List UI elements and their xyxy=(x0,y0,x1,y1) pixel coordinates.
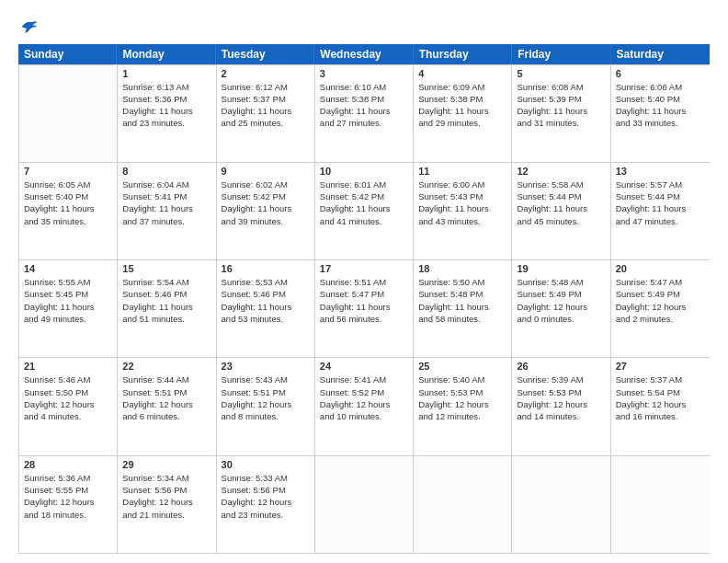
cell-line: Sunrise: 5:57 AM xyxy=(616,178,705,190)
cell-line: Daylight: 11 hours xyxy=(122,301,210,313)
cell-line: and 10 minutes. xyxy=(320,410,408,422)
cell-line: Sunset: 5:51 PM xyxy=(222,386,310,398)
cell-line: Daylight: 11 hours xyxy=(616,202,705,214)
cell-line: Sunset: 5:40 PM xyxy=(24,190,112,202)
cell-line: Daylight: 12 hours xyxy=(122,398,210,410)
day-number: 19 xyxy=(517,263,605,274)
day-cell-18: 18Sunrise: 5:50 AMSunset: 5:48 PMDayligh… xyxy=(414,260,512,357)
day-cell-2: 2Sunrise: 6:12 AMSunset: 5:37 PMDaylight… xyxy=(217,65,315,162)
day-cell-13: 13Sunrise: 5:57 AMSunset: 5:44 PMDayligh… xyxy=(611,163,710,259)
day-number: 1 xyxy=(122,68,210,79)
day-number: 9 xyxy=(222,166,310,177)
day-number: 4 xyxy=(418,68,506,79)
day-number: 27 xyxy=(616,361,705,372)
cell-line: and 4 minutes. xyxy=(24,410,112,422)
cell-line: Sunrise: 6:02 AM xyxy=(222,178,310,190)
cell-line: Daylight: 12 hours xyxy=(418,398,506,410)
cell-line: Sunrise: 5:33 AM xyxy=(222,472,310,484)
day-number: 17 xyxy=(320,263,408,274)
cell-line: and 51 minutes. xyxy=(122,313,210,325)
day-cell-8: 8Sunrise: 6:04 AMSunset: 5:41 PMDaylight… xyxy=(118,163,216,259)
day-cell-3: 3Sunrise: 6:10 AMSunset: 5:38 PMDaylight… xyxy=(315,65,414,162)
cell-line: Sunrise: 5:46 AM xyxy=(24,373,112,385)
cell-line: and 56 minutes. xyxy=(320,313,408,325)
cell-line: Sunrise: 6:01 AM xyxy=(320,178,408,190)
cell-line: Daylight: 12 hours xyxy=(517,398,605,410)
day-number: 2 xyxy=(222,68,310,79)
day-cell-7: 7Sunrise: 6:05 AMSunset: 5:40 PMDaylight… xyxy=(19,163,118,259)
cell-line: and 31 minutes. xyxy=(517,117,605,129)
cell-line: Daylight: 12 hours xyxy=(222,398,310,410)
day-number: 7 xyxy=(24,166,112,177)
cell-line: Sunset: 5:52 PM xyxy=(320,386,408,398)
cell-line: Daylight: 11 hours xyxy=(222,105,310,117)
day-cell-22: 22Sunrise: 5:44 AMSunset: 5:51 PMDayligh… xyxy=(118,358,216,454)
cell-line: Daylight: 11 hours xyxy=(517,105,605,117)
day-number: 16 xyxy=(222,263,310,274)
day-number: 26 xyxy=(517,361,605,372)
cell-line: and 0 minutes. xyxy=(517,313,605,325)
cell-line: and 2 minutes. xyxy=(616,313,705,325)
cell-line: Sunset: 5:53 PM xyxy=(418,386,506,398)
day-number: 11 xyxy=(418,166,506,177)
day-cell-24: 24Sunrise: 5:41 AMSunset: 5:52 PMDayligh… xyxy=(315,358,414,454)
week-row-5: 28Sunrise: 5:36 AMSunset: 5:55 PMDayligh… xyxy=(19,456,710,554)
cell-line: Sunrise: 5:44 AM xyxy=(122,373,210,385)
day-cell-30: 30Sunrise: 5:33 AMSunset: 5:56 PMDayligh… xyxy=(217,456,315,553)
cell-line: Sunset: 5:56 PM xyxy=(122,484,210,496)
cell-line: Sunrise: 6:06 AM xyxy=(616,81,705,93)
cell-line: Daylight: 12 hours xyxy=(24,398,112,410)
header-day-monday: Monday xyxy=(117,44,215,64)
header-day-friday: Friday xyxy=(512,44,610,64)
cell-line: Sunrise: 5:37 AM xyxy=(616,373,705,385)
day-number: 12 xyxy=(517,166,605,177)
cell-line: Sunrise: 5:50 AM xyxy=(418,276,506,288)
cell-line: Sunrise: 5:58 AM xyxy=(517,178,605,190)
empty-cell xyxy=(512,456,610,553)
cell-line: Sunrise: 6:00 AM xyxy=(418,178,506,190)
cell-line: and 33 minutes. xyxy=(616,117,705,129)
cell-line: Sunset: 5:46 PM xyxy=(122,288,210,300)
cell-line: and 45 minutes. xyxy=(517,215,605,227)
day-number: 23 xyxy=(222,361,310,372)
cell-line: Sunrise: 5:48 AM xyxy=(517,276,605,288)
cell-line: Sunset: 5:55 PM xyxy=(24,484,112,496)
day-cell-26: 26Sunrise: 5:39 AMSunset: 5:53 PMDayligh… xyxy=(512,358,610,454)
empty-cell xyxy=(414,456,512,553)
cell-line: Sunset: 5:50 PM xyxy=(24,386,112,398)
cell-line: Daylight: 12 hours xyxy=(122,496,210,508)
cell-line: and 27 minutes. xyxy=(320,117,408,129)
cell-line: Sunrise: 6:12 AM xyxy=(222,81,310,93)
cell-line: Sunset: 5:49 PM xyxy=(517,288,605,300)
cell-line: Sunset: 5:40 PM xyxy=(616,93,705,105)
cell-line: and 8 minutes. xyxy=(222,410,310,422)
day-number: 3 xyxy=(320,68,408,79)
day-cell-21: 21Sunrise: 5:46 AMSunset: 5:50 PMDayligh… xyxy=(19,358,118,454)
day-number: 14 xyxy=(24,263,112,274)
header-day-wednesday: Wednesday xyxy=(314,44,413,64)
cell-line: and 21 minutes. xyxy=(122,509,210,521)
cell-line: Sunrise: 6:04 AM xyxy=(122,178,210,190)
logo xyxy=(18,18,39,39)
day-cell-9: 9Sunrise: 6:02 AMSunset: 5:42 PMDaylight… xyxy=(217,163,315,259)
empty-cell xyxy=(19,65,118,162)
cell-line: and 6 minutes. xyxy=(122,410,210,422)
cell-line: Daylight: 11 hours xyxy=(616,105,705,117)
cell-line: Daylight: 11 hours xyxy=(222,301,310,313)
day-number: 13 xyxy=(616,166,705,177)
cell-line: and 39 minutes. xyxy=(222,215,310,227)
empty-cell xyxy=(315,456,414,553)
cell-line: Sunset: 5:38 PM xyxy=(320,93,408,105)
cell-line: Sunset: 5:42 PM xyxy=(320,190,408,202)
day-cell-23: 23Sunrise: 5:43 AMSunset: 5:51 PMDayligh… xyxy=(217,358,315,454)
cell-line: Sunset: 5:36 PM xyxy=(122,93,210,105)
cell-line: Sunset: 5:45 PM xyxy=(24,288,112,300)
week-row-3: 14Sunrise: 5:55 AMSunset: 5:45 PMDayligh… xyxy=(19,260,710,358)
day-number: 30 xyxy=(222,459,310,470)
cell-line: Sunrise: 5:41 AM xyxy=(320,373,408,385)
day-cell-16: 16Sunrise: 5:53 AMSunset: 5:46 PMDayligh… xyxy=(217,260,315,357)
cell-line: and 23 minutes. xyxy=(222,509,310,521)
day-number: 8 xyxy=(122,166,210,177)
empty-cell xyxy=(611,456,710,553)
cell-line: Daylight: 12 hours xyxy=(517,301,605,313)
